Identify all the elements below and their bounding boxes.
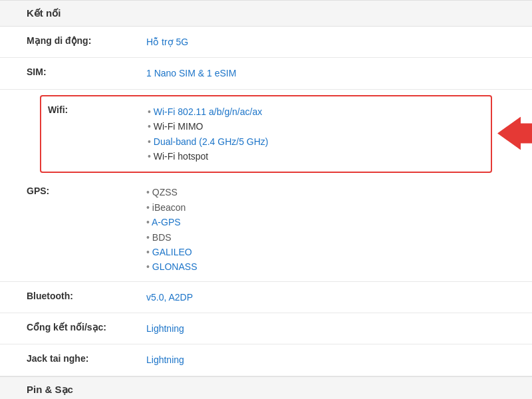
main-container: Kết nối Mạng di động: Hỗ trợ 5G SIM: 1 N…: [0, 0, 532, 399]
value-mobile-network: Hỗ trợ 5G: [146, 35, 505, 49]
section-header-connectivity: Kết nối: [0, 0, 532, 27]
sim-value: 1 Nano SIM & 1 eSIM: [146, 68, 236, 78]
row-bluetooth: Bluetooth: v5.0, A2DP: [0, 282, 532, 313]
row-connector: Cổng kết nối/sạc: Lightning: [0, 313, 532, 344]
label-wifi: Wifi:: [48, 104, 148, 115]
value-sim: 1 Nano SIM & 1 eSIM: [146, 66, 505, 80]
svg-marker-0: [497, 116, 532, 150]
section-header-title: Kết nối: [27, 7, 61, 19]
value-headphone: Lightning: [146, 352, 505, 367]
gps-item-6: GLONASS: [146, 259, 505, 274]
row-wifi: Wifi: Wi-Fi 802.11 a/b/g/n/ac/ax Wi-Fi M…: [40, 95, 492, 174]
wifi-item-4: Wi-Fi hotspot: [148, 149, 484, 164]
wifi-item-1: Wi-Fi 802.11 a/b/g/n/ac/ax: [148, 104, 484, 119]
label-sim: SIM:: [27, 66, 146, 77]
section-header-battery-title: Pin & Sạc: [27, 384, 73, 395]
mobile-network-value: Hỗ trợ 5G: [146, 37, 188, 47]
connector-value: Lightning: [146, 323, 184, 334]
gps-item-1: QZSS: [146, 185, 505, 200]
label-connector: Cổng kết nối/sạc:: [27, 321, 146, 332]
section-header-battery: Pin & Sạc: [0, 376, 532, 399]
label-bluetooth: Bluetooth:: [27, 290, 146, 301]
gps-item-4: BDS: [146, 230, 505, 245]
row-sim: SIM: 1 Nano SIM & 1 eSIM: [0, 58, 532, 89]
row-gps: GPS: QZSS iBeacon A-GPS BDS GALILEO GLON…: [0, 178, 532, 281]
gps-item-2: iBeacon: [146, 200, 505, 215]
headphone-value: Lightning: [146, 354, 184, 365]
bluetooth-value: v5.0, A2DP: [146, 292, 193, 303]
row-mobile-network: Mạng di động: Hỗ trợ 5G: [0, 27, 532, 58]
label-headphone: Jack tai nghe:: [27, 352, 146, 364]
label-gps: GPS:: [27, 185, 146, 196]
gps-item-3: A-GPS: [146, 215, 505, 229]
wifi-item-3: Dual-band (2.4 GHz/5 GHz): [148, 134, 484, 149]
row-headphone: Jack tai nghe: Lightning: [0, 344, 532, 376]
value-bluetooth: v5.0, A2DP: [146, 290, 505, 305]
value-connector: Lightning: [146, 321, 505, 336]
arrow-indicator: [497, 116, 532, 152]
value-wifi: Wi-Fi 802.11 a/b/g/n/ac/ax Wi-Fi MIMO Du…: [148, 104, 484, 164]
wifi-item-2: Wi-Fi MIMO: [148, 119, 484, 134]
label-mobile-network: Mạng di động:: [27, 35, 146, 46]
gps-item-5: GALILEO: [146, 245, 505, 259]
value-gps: QZSS iBeacon A-GPS BDS GALILEO GLONASS: [146, 185, 505, 274]
